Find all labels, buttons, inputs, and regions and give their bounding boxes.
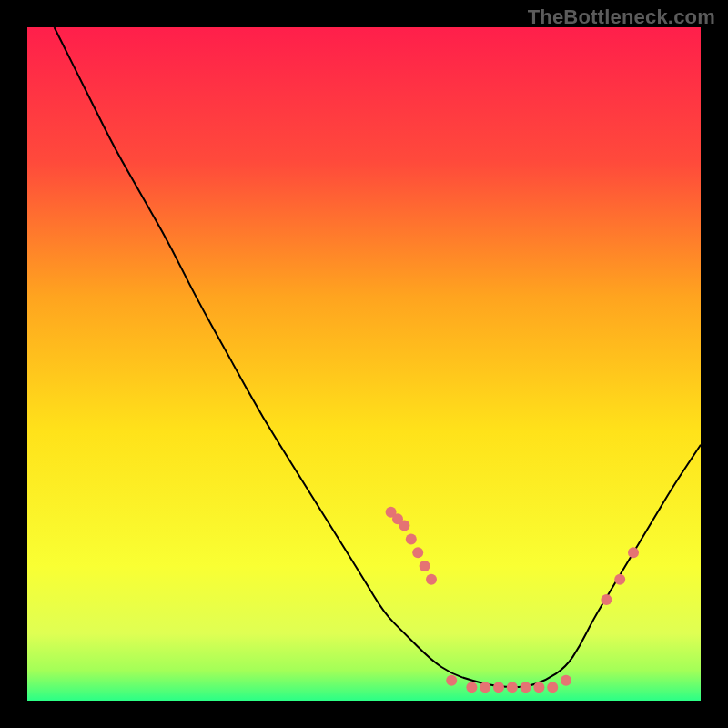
- highlight-point: [601, 594, 612, 605]
- highlight-point: [480, 682, 490, 693]
- highlight-point: [466, 682, 477, 693]
- chart-frame: TheBottleneck.com: [0, 0, 728, 728]
- highlight-point: [614, 574, 625, 585]
- highlight-point: [493, 682, 504, 693]
- highlight-point: [412, 547, 423, 558]
- highlight-point: [446, 675, 457, 686]
- watermark-text: TheBottleneck.com: [528, 5, 715, 29]
- highlight-point: [521, 682, 531, 693]
- highlight-point: [628, 547, 639, 558]
- plot-area: [27, 27, 701, 701]
- highlight-point: [547, 682, 558, 693]
- gradient-background: [27, 27, 701, 701]
- chart-canvas: [27, 27, 701, 701]
- highlight-point: [533, 682, 544, 693]
- highlight-point: [406, 533, 417, 544]
- highlight-point: [507, 682, 518, 693]
- highlight-point: [426, 574, 437, 585]
- highlight-point: [399, 521, 410, 531]
- highlight-point: [561, 675, 571, 686]
- highlight-point: [420, 561, 430, 571]
